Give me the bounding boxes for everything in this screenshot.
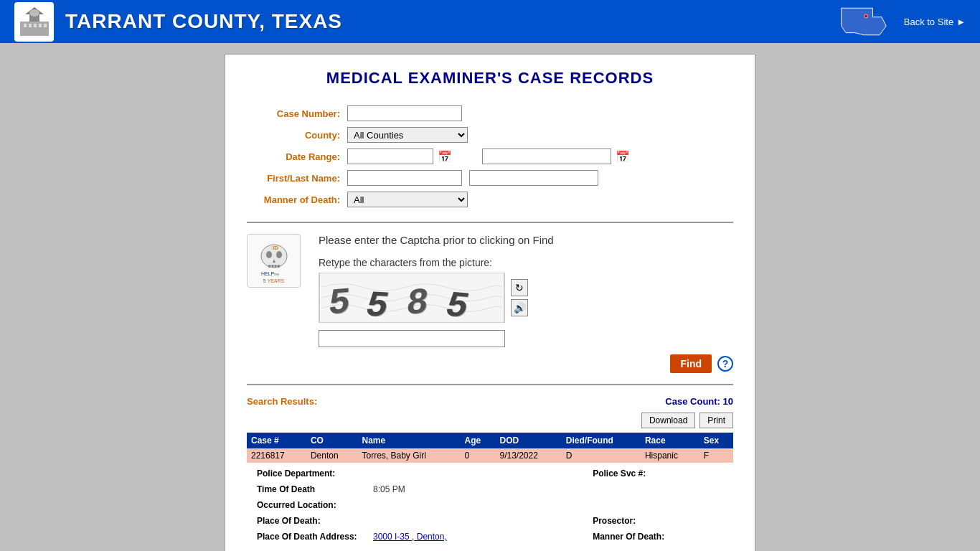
detail-police-row: Police Department: Police Svc #: [253, 466, 727, 481]
captcha-image-row: 5 5 8 5 ↻ 🔊 [319, 273, 733, 323]
svg-text:ID: ID [273, 245, 278, 251]
cell-case-num: 2216817 [247, 448, 306, 463]
detail-occurred-row: Occurred Location: [253, 498, 727, 512]
police-svc-label: Police Svc #: [588, 466, 703, 481]
svg-point-11 [266, 251, 272, 258]
svg-rect-4 [24, 24, 27, 27]
case-number-label: Case Number: [247, 108, 347, 119]
time-of-death-label: Time Of Death [253, 482, 367, 496]
manner-of-death-result-value [705, 529, 727, 544]
svg-rect-5 [29, 24, 32, 27]
svg-text:5: 5 [445, 285, 470, 323]
calendar-from-icon[interactable]: 📅 [438, 150, 452, 164]
col-sex: Sex [699, 433, 733, 448]
calendar-to-icon[interactable]: 📅 [616, 150, 630, 164]
svg-rect-8 [44, 24, 47, 27]
svg-text:8: 8 [405, 282, 430, 323]
prosector-label: Prosector: [588, 514, 703, 528]
cell-race: Hispanic [641, 448, 699, 463]
col-dod: DOD [496, 433, 562, 448]
county-select[interactable]: All Counties Tarrant Denton Johnson Park… [347, 127, 468, 143]
captcha-image: 5 5 8 5 [319, 273, 505, 323]
col-died-found: Died/Found [562, 433, 641, 448]
help-icon[interactable]: ? [717, 356, 733, 372]
name-inputs [347, 170, 598, 186]
svg-text:me: me [274, 272, 279, 276]
last-name-input[interactable] [469, 170, 598, 186]
cell-name: Torres, Baby Girl [357, 448, 460, 463]
occurred-location-label: Occurred Location: [253, 498, 367, 512]
print-button[interactable]: Print [699, 413, 733, 428]
place-of-death-address-label: Place Of Death Address: [253, 529, 367, 544]
back-to-site-label: Back to Site [904, 17, 953, 27]
captcha-refresh-button[interactable]: ↻ [511, 279, 528, 296]
cell-age: 0 [461, 448, 496, 463]
manner-of-death-label: Manner of Death: [247, 194, 347, 205]
svg-point-12 [276, 251, 282, 258]
arrow-right-icon: ► [956, 17, 966, 27]
find-button[interactable]: Find [670, 354, 712, 373]
captcha-logo-inner: ID HELP me 5 YEARS [247, 234, 301, 288]
case-number-input[interactable] [347, 105, 462, 121]
svg-point-9 [864, 14, 867, 18]
detail-table: Police Department: Police Svc #: Time Of… [251, 465, 729, 545]
name-label: First/Last Name: [247, 173, 347, 184]
detail-place-row: Place Of Death: Prosector: [253, 514, 727, 528]
captcha-section: ID HELP me 5 YEARS Please enter the Capt… [247, 234, 733, 373]
find-area: Find ? [319, 354, 733, 373]
county-row: County: All Counties Tarrant Denton John… [247, 127, 733, 143]
detail-cell: Police Department: Police Svc #: Time Of… [247, 463, 733, 547]
date-range-row: Date Range: 📅 📅 [247, 149, 733, 164]
search-results-label: Search Results: [247, 396, 317, 407]
results-buttons: Download Print [247, 413, 733, 428]
captcha-instruction: Please enter the Captcha prior to clicki… [319, 234, 733, 246]
download-button[interactable]: Download [641, 413, 695, 428]
table-header-row: Case # CO Name Age DOD Died/Found Race S… [247, 433, 733, 448]
svg-text:HELP: HELP [261, 271, 275, 276]
col-race: Race [641, 433, 699, 448]
back-to-site-link[interactable]: Back to Site ► [904, 17, 966, 27]
police-svc-value [705, 466, 727, 481]
place-of-death-label: Place Of Death: [253, 514, 367, 528]
svg-point-3 [29, 9, 39, 17]
time-of-death-value: 8:05 PM [369, 482, 587, 496]
county-label: County: [247, 130, 347, 141]
search-form: Case Number: County: All Counties Tarran… [247, 105, 733, 207]
texas-map [835, 4, 892, 39]
case-count: Case Count: 10 [665, 396, 733, 407]
date-to-input[interactable] [482, 149, 611, 164]
page-body: MEDICAL EXAMINER'S CASE RECORDS Case Num… [0, 43, 980, 551]
place-of-death-address-value: 3000 I-35 , Denton, [369, 529, 587, 544]
site-title: TARRANT COUNTY, TEXAS [65, 10, 342, 33]
place-of-death-address-link[interactable]: 3000 I-35 , Denton, [373, 532, 447, 542]
captcha-audio-button[interactable]: 🔊 [511, 299, 528, 316]
manner-of-death-select[interactable]: All Accident Homicide Natural Suicide Un… [347, 192, 468, 207]
captcha-logo: ID HELP me 5 YEARS [247, 234, 304, 288]
detail-time-row: Time Of Death 8:05 PM [253, 482, 727, 496]
date-range-label: Date Range: [247, 151, 347, 162]
page-title: MEDICAL EXAMINER'S CASE RECORDS [247, 69, 733, 88]
main-container: MEDICAL EXAMINER'S CASE RECORDS Case Num… [225, 54, 755, 551]
manner-of-death-result-label: Manner Of Death: [588, 529, 703, 544]
captcha-controls: ↻ 🔊 [511, 279, 528, 316]
occurred-location-value [369, 498, 587, 512]
header-right: Back to Site ► [835, 4, 966, 39]
date-from-input[interactable] [347, 149, 433, 164]
results-table: Case # CO Name Age DOD Died/Found Race S… [247, 433, 733, 547]
svg-text:5: 5 [365, 285, 389, 323]
name-row: First/Last Name: [247, 170, 733, 186]
form-divider [247, 222, 733, 223]
place-of-death-value [369, 514, 587, 528]
captcha-content: Please enter the Captcha prior to clicki… [319, 234, 733, 373]
cell-co: Denton [306, 448, 358, 463]
captcha-text-input[interactable] [319, 330, 505, 347]
cell-sex: F [699, 448, 733, 463]
col-name: Name [357, 433, 460, 448]
detail-row: Police Department: Police Svc #: Time Of… [247, 463, 733, 547]
police-dept-value [369, 466, 587, 481]
svg-rect-6 [34, 24, 37, 27]
detail-address-row: Place Of Death Address: 3000 I-35 , Dent… [253, 529, 727, 544]
case-number-row: Case Number: [247, 105, 733, 121]
first-name-input[interactable] [347, 170, 462, 186]
captcha-retype-label: Retype the characters from the picture: [319, 257, 733, 268]
